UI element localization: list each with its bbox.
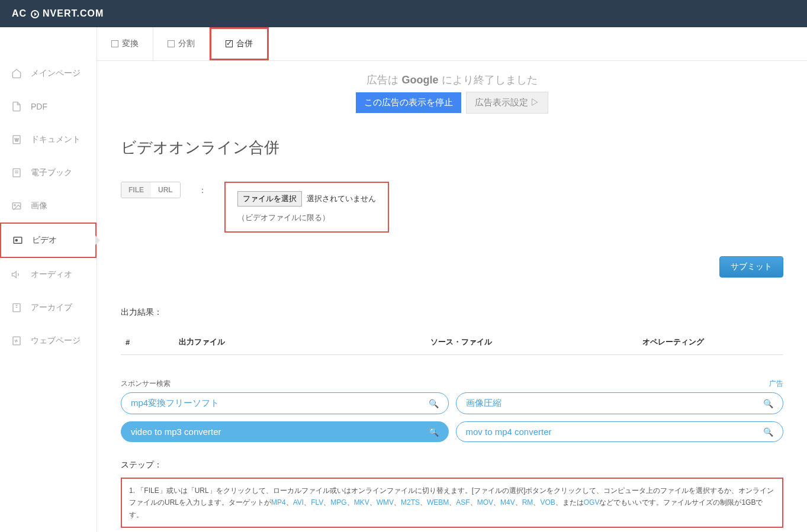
sidebar-item-label: ビデオ: [32, 235, 57, 246]
svg-point-8: [15, 240, 17, 241]
sidebar-item-audio[interactable]: オーディオ: [0, 258, 97, 291]
document-icon: W: [11, 134, 22, 146]
result-table: # 出力ファイル ソース・ファイル オペレーティング: [121, 330, 783, 355]
sidebar-item-webpage[interactable]: ウェブページ: [0, 324, 97, 357]
col-output: 出力ファイル: [174, 330, 426, 355]
sidebar-item-label: ウェブページ: [31, 336, 81, 346]
checkbox-checked-icon: [226, 40, 233, 47]
webpage-icon: [11, 335, 22, 347]
file-url-toggle: FILE URL: [121, 182, 181, 198]
checkbox-icon: [111, 40, 118, 47]
image-icon: [11, 200, 22, 212]
logo-suffix: NVERT.COM: [43, 8, 104, 18]
sidebar-item-label: PDF: [31, 102, 47, 111]
sidebar-item-ebook[interactable]: 電子ブック: [0, 156, 97, 189]
submit-button[interactable]: サブミット: [719, 256, 783, 278]
logo-icon: [31, 10, 39, 18]
sidebar-item-pdf[interactable]: PDF: [0, 90, 97, 123]
ad-stop-button[interactable]: この広告の表示を停止: [356, 92, 461, 113]
video-icon: [12, 234, 24, 246]
logo-prefix: AC: [12, 8, 27, 18]
search-icon: 🔍: [429, 427, 439, 437]
sponsor-label: video to mp3 converter: [131, 427, 221, 437]
file-chooser-box: ファイルを選択 選択されていません （ビデオファイルに限る）: [224, 182, 389, 233]
ad-banner: 広告は Google により終了しました この広告の表示を停止 広告表示設定 ▷: [97, 61, 807, 120]
pdf-icon: [11, 101, 22, 112]
sponsor-label: 画像圧縮: [466, 398, 501, 409]
sponsor-section: スポンサー検索 广告 mp4変換フリーソフト🔍 画像圧縮🔍 video to m…: [121, 379, 783, 442]
main-content: 変換 分割 合併 広告は Google により終了しました この広告の表示を停止…: [97, 27, 807, 532]
ad-text: 広告は Google により終了しました: [97, 73, 807, 87]
search-icon: 🔍: [429, 399, 439, 408]
home-icon: [11, 67, 22, 79]
sponsor-header-text: スポンサー検索: [121, 379, 171, 389]
site-header: AC NVERT.COM: [0, 0, 807, 27]
sidebar-item-label: ドキュメント: [31, 134, 81, 145]
audio-icon: [11, 269, 22, 280]
step-1: 1. 「FILE」或いは「URL」をクリックして、ローカルファイル或いはオンライ…: [121, 478, 783, 528]
sidebar-item-video[interactable]: ビデオ: [0, 223, 97, 258]
search-icon: 🔍: [763, 427, 773, 437]
sidebar-item-label: アーカイブ: [31, 302, 72, 313]
col-num: #: [121, 330, 174, 355]
archive-icon: [11, 302, 22, 314]
output-label: 出力結果：: [121, 307, 783, 318]
sidebar-item-archive[interactable]: アーカイブ: [0, 291, 97, 324]
sponsor-ad-label: 广告: [769, 379, 783, 389]
file-status-text: 選択されていません: [307, 194, 376, 203]
tab-label: 分割: [178, 38, 195, 49]
svg-point-6: [14, 204, 15, 205]
sponsor-label: mp4変換フリーソフト: [131, 398, 219, 409]
file-input-section: FILE URL ： ファイルを選択 選択されていません （ビデオファイルに限る…: [121, 182, 783, 233]
sidebar-item-label: 電子ブック: [31, 167, 72, 178]
file-note: （ビデオファイルに限る）: [237, 212, 376, 223]
choose-file-button[interactable]: ファイルを選択: [237, 191, 302, 207]
tab-label: 合併: [236, 38, 253, 49]
tab-split[interactable]: 分割: [153, 27, 210, 60]
steps-section: ステップ： 1. 「FILE」或いは「URL」をクリックして、ローカルファイル或…: [121, 460, 783, 532]
google-logo-text: Google: [402, 74, 439, 86]
col-operating: オペレーティング: [638, 330, 783, 355]
toggle-url[interactable]: URL: [151, 182, 180, 198]
sidebar: メインページ PDF W ドキュメント 電子ブック 画像 ビデオ オーディオ ア: [0, 27, 97, 532]
sidebar-item-image[interactable]: 画像: [0, 189, 97, 223]
sponsor-link-1[interactable]: 画像圧縮🔍: [456, 392, 784, 414]
checkbox-icon: [168, 40, 175, 47]
tab-convert[interactable]: 変換: [97, 27, 153, 60]
sidebar-item-label: メインページ: [31, 68, 81, 79]
search-icon: 🔍: [763, 399, 773, 408]
sponsor-label: mov to mp4 converter: [466, 427, 552, 437]
sidebar-item-label: 画像: [31, 201, 47, 211]
toggle-file[interactable]: FILE: [121, 182, 151, 198]
sponsor-link-3[interactable]: mov to mp4 converter🔍: [456, 421, 784, 442]
colon: ：: [198, 182, 207, 196]
page-title: ビデオオンライン合併: [121, 137, 783, 158]
tab-label: 変換: [122, 38, 139, 49]
steps-title: ステップ：: [121, 460, 783, 470]
sponsor-link-2[interactable]: video to mp3 converter🔍: [121, 421, 449, 442]
sidebar-item-mainpage[interactable]: メインページ: [0, 57, 97, 90]
ad-settings-button[interactable]: 広告表示設定 ▷: [466, 92, 548, 114]
tabs: 変換 分割 合併: [97, 27, 807, 61]
sidebar-item-label: オーディオ: [31, 269, 72, 280]
col-source: ソース・ファイル: [426, 330, 638, 355]
svg-text:W: W: [15, 138, 19, 142]
tab-merge[interactable]: 合併: [210, 27, 269, 60]
ebook-icon: [11, 167, 22, 179]
sidebar-item-document[interactable]: W ドキュメント: [0, 123, 97, 156]
sponsor-link-0[interactable]: mp4変換フリーソフト🔍: [121, 392, 449, 414]
